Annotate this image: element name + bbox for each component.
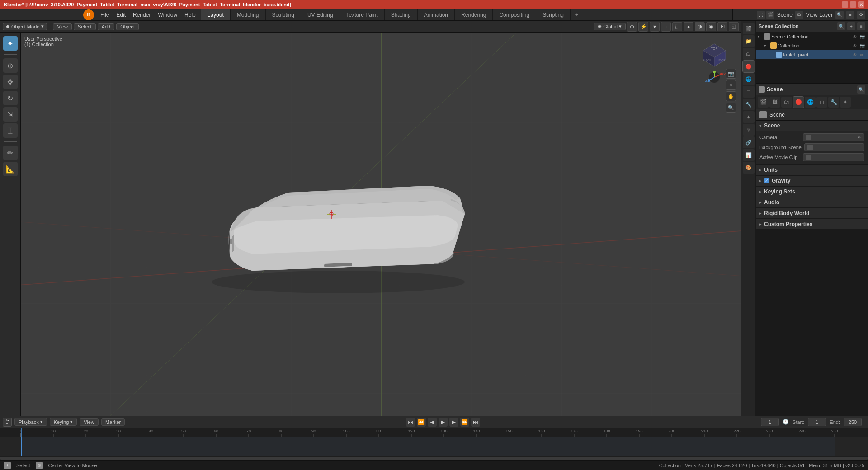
close-btn[interactable]: ✕: [858, 1, 864, 8]
object-mode-select[interactable]: ◆ Object Mode ▾: [3, 23, 47, 30]
tab-shading[interactable]: Shading: [385, 9, 418, 20]
tl-jump-end[interactable]: ⏭: [471, 418, 480, 427]
move-tool[interactable]: ✥: [3, 75, 18, 89]
rotate-tool[interactable]: ↻: [3, 91, 18, 105]
shading-material[interactable]: ◑: [695, 22, 705, 31]
transform-pivot[interactable]: ⊙: [627, 22, 637, 32]
select-tool[interactable]: ✦: [3, 36, 18, 51]
prop-world[interactable]: 🌐: [743, 73, 755, 85]
prop-icon-output[interactable]: 🖼: [769, 97, 780, 108]
search-icon[interactable]: 🔍: [835, 11, 844, 19]
snap-options[interactable]: ▾: [650, 22, 660, 32]
tl-next-key[interactable]: ⏩: [460, 418, 469, 427]
prop-view-layer[interactable]: 🗂: [743, 48, 755, 60]
prop-data[interactable]: 📊: [743, 149, 755, 161]
prop-modifier[interactable]: 🔧: [743, 99, 755, 110]
prop-icon-world[interactable]: 🌐: [805, 97, 816, 108]
tab-rendering[interactable]: Rendering: [455, 9, 493, 20]
cursor-tool[interactable]: ⊕: [3, 58, 18, 73]
collection-eye[interactable]: 👁: [853, 43, 859, 48]
tab-add[interactable]: +: [571, 9, 583, 20]
annotate-tool[interactable]: ✏: [3, 146, 18, 160]
menu-help[interactable]: Help: [181, 11, 199, 19]
prop-output[interactable]: 📁: [743, 35, 755, 47]
shading-wire[interactable]: ⬚: [672, 22, 682, 31]
camera-edit-btn[interactable]: ✏: [858, 135, 861, 140]
menu-window[interactable]: Window: [154, 11, 181, 19]
scene-selector-icon[interactable]: ⛶: [757, 11, 765, 19]
sync-icon[interactable]: ⟳: [857, 11, 865, 19]
menu-render[interactable]: Render: [129, 11, 154, 19]
marker-menu[interactable]: Marker: [101, 418, 125, 426]
timeline-scrollbar[interactable]: [0, 456, 868, 460]
minimize-btn[interactable]: _: [842, 1, 848, 8]
select-menu[interactable]: Select: [74, 23, 96, 30]
bg-scene-value[interactable]: [804, 143, 864, 151]
collection-row-collection[interactable]: ▾ Collection 👁 📷: [756, 41, 868, 50]
view-menu-tl[interactable]: View: [80, 418, 99, 426]
transform-tool[interactable]: ⌶: [3, 123, 18, 138]
section-scene-header[interactable]: ▾ Scene: [756, 121, 868, 131]
measure-tool[interactable]: 📐: [3, 162, 18, 176]
vp-sun-btn[interactable]: ☀: [726, 80, 736, 90]
camera-value[interactable]: ✏: [803, 133, 864, 141]
tab-layout[interactable]: Layout: [201, 9, 231, 20]
prop-particles[interactable]: ✦: [743, 111, 755, 123]
playback-menu[interactable]: Playback ▾: [14, 418, 47, 426]
object-eye[interactable]: 👁: [853, 52, 859, 57]
scrollbar-thumb[interactable]: [0, 457, 868, 460]
prop-material[interactable]: 🎨: [743, 162, 755, 174]
tab-animation[interactable]: Animation: [418, 9, 455, 20]
tab-scripting[interactable]: Scripting: [536, 9, 571, 20]
section-gravity-header[interactable]: ▸ ✓ Gravity: [756, 176, 868, 186]
prop-physics[interactable]: ⚛: [743, 124, 755, 136]
view-layer-icon[interactable]: ⧉: [795, 11, 803, 19]
tl-next-frame[interactable]: ▶: [449, 418, 458, 427]
collection-sync[interactable]: ≡: [857, 22, 865, 30]
tab-modeling[interactable]: Modeling: [231, 9, 266, 20]
collection-cam[interactable]: 📷: [860, 43, 866, 48]
section-units-header[interactable]: ▸ Units: [756, 165, 868, 175]
add-menu[interactable]: Add: [98, 23, 115, 30]
movie-clip-value[interactable]: [803, 153, 864, 161]
prop-icon-particles[interactable]: ✦: [840, 97, 851, 108]
current-frame-input[interactable]: 1: [761, 418, 779, 426]
blender-logo[interactable]: B: [83, 9, 94, 20]
render-icon[interactable]: 🎬: [766, 11, 774, 19]
tl-prev-key[interactable]: ⏪: [417, 418, 426, 427]
scene-eye[interactable]: 👁: [853, 34, 859, 39]
section-rigid-body-header[interactable]: ▸ Rigid Body World: [756, 208, 868, 218]
overlay-toggle[interactable]: ⊡: [717, 22, 727, 31]
prop-icon-object[interactable]: ◻: [816, 97, 827, 108]
nav-cube[interactable]: TOP FRONT RIGHT: [701, 42, 728, 69]
vp-hand-btn[interactable]: ✋: [726, 91, 736, 101]
view-menu[interactable]: View: [53, 23, 72, 30]
tl-play[interactable]: ▶: [439, 418, 448, 427]
section-keying-sets-header[interactable]: ▸ Keying Sets: [756, 187, 868, 197]
menu-file[interactable]: File: [97, 11, 113, 19]
tab-compositing[interactable]: Compositing: [493, 9, 536, 20]
timeline-icon[interactable]: ⏱: [3, 418, 12, 427]
transform-global[interactable]: ⊕ Global ▾: [594, 23, 626, 30]
collection-filter[interactable]: 🔍: [837, 22, 845, 30]
scene-cam[interactable]: 📷: [860, 34, 866, 39]
proportional-edit[interactable]: ○: [661, 22, 671, 32]
tab-sculpting[interactable]: Sculpting: [266, 9, 301, 20]
filter-icon[interactable]: ≡: [846, 11, 854, 19]
scene-search[interactable]: 🔍: [857, 85, 865, 94]
end-frame-input[interactable]: 250: [844, 418, 862, 426]
shading-render[interactable]: ◉: [706, 22, 716, 31]
object-menu[interactable]: Object: [116, 23, 139, 30]
prop-scene[interactable]: 🔴: [743, 61, 755, 72]
collection-row-scene[interactable]: ▾ Scene Collection 👁 📷: [756, 32, 868, 41]
prop-icon-view[interactable]: 🗂: [781, 97, 792, 108]
window-controls[interactable]: _ □ ✕: [842, 1, 864, 8]
collection-add[interactable]: +: [847, 22, 855, 30]
prop-icon-mod[interactable]: 🔧: [828, 97, 839, 108]
xray-toggle[interactable]: ◱: [729, 22, 739, 31]
tl-jump-start[interactable]: ⏮: [406, 418, 415, 427]
shading-solid[interactable]: ●: [684, 22, 693, 31]
prop-icon-render[interactable]: 🎬: [758, 97, 769, 108]
start-frame-input[interactable]: 1: [808, 418, 826, 426]
maximize-btn[interactable]: □: [850, 1, 856, 8]
